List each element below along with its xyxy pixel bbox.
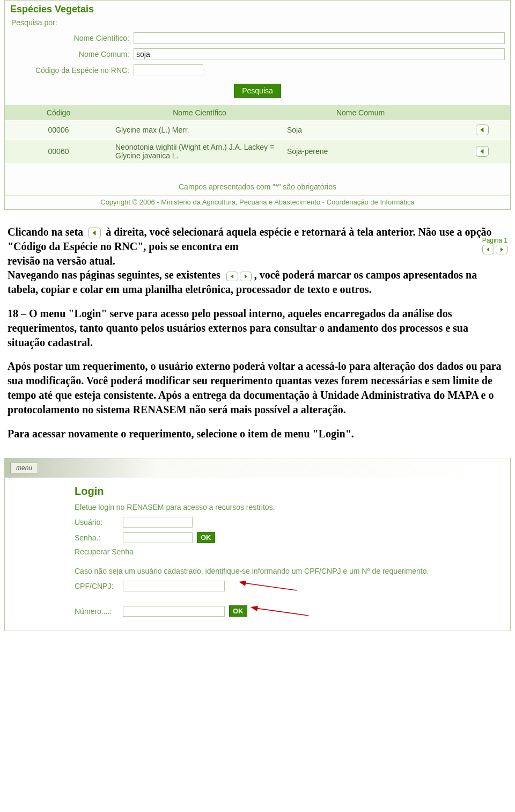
svg-marker-0 [480,127,483,133]
user-input[interactable] [123,517,193,528]
annotation-arrow-icon [251,606,310,617]
species-search-panel: Espécies Vegetais Pesquisa por: Nome Cie… [4,0,511,210]
instruction-text: Clicando na seta à direita, você selecio… [4,217,511,458]
cell-scientific: Neonotonia wightii (Wight et Arn.) J.A. … [112,143,284,160]
pager-prev-button[interactable] [482,245,494,254]
login-ok-button[interactable]: OK [197,532,215,543]
header-code: Código [5,108,112,117]
header-common: Nome Comum [284,108,434,117]
cpf-row: CPF/CNPJ: [75,581,510,591]
p4: Após postar um requerimento, o usuário e… [8,359,507,416]
copyright-text: Copyright © 2006 - Ministério da Agricul… [5,195,510,209]
search-by-label: Pesquisa por: [5,16,510,28]
scientific-name-row: Nome Científico: [10,30,505,46]
svg-marker-6 [245,274,247,279]
cpf-input[interactable] [123,581,225,591]
cell-code: 00006 [5,126,112,134]
panel-title: Espécies Vegetais [5,1,510,16]
svg-marker-4 [501,247,503,252]
arrow-left-icon [485,247,491,252]
arrow-left-icon [479,127,485,133]
password-label: Senha.: [75,533,123,542]
svg-marker-5 [231,274,233,279]
pager-next-button[interactable] [240,272,252,281]
search-button[interactable]: Pesquisa [234,84,281,98]
cell-common: Soja [284,126,434,134]
common-name-input[interactable] [134,48,505,60]
scientific-name-label: Nome Científico: [10,34,134,42]
p2a: Navegando nas páginas seguintes, se exis… [8,269,220,281]
p3: 18 – O menu "Login" serve para acesso pe… [8,306,507,349]
arrow-left-icon [230,274,235,279]
login-panel: menu Login Efetue login no RENASEM para … [4,458,511,631]
code-input[interactable] [134,64,203,76]
p1c: revisão na versão atual. [8,255,115,267]
arrow-left-icon [91,230,98,236]
svg-marker-10 [251,606,258,611]
header-scientific: Nome Científico [112,108,284,117]
user-label: Usuário: [75,518,123,526]
user-row: Usuário: [75,517,510,528]
login-subtitle-2: Caso não seja um usuário cadastrado, ide… [75,567,510,575]
p5: Para acessar novamente o requerimento, s… [8,427,507,441]
arrow-right-icon [499,247,504,252]
p1a: Clicando na seta [8,226,83,238]
annotation-arrow-icon [239,581,298,591]
password-input[interactable] [123,532,193,543]
arrow-left-icon [479,148,485,155]
code-label: Código da Espécie no RNC: [10,66,134,75]
svg-marker-2 [93,231,96,236]
scientific-name-input[interactable] [134,32,505,44]
svg-marker-8 [239,581,246,586]
mandatory-note: Campos apresentados com "*" são obrigató… [5,163,510,195]
number-row: Número....: OK [75,605,510,617]
code-row: Código da Espécie no RNC: [10,62,505,78]
pager-next-button[interactable] [496,245,507,254]
cpf-label: CPF/CNPJ: [75,582,123,590]
common-name-row: Nome Comum: [10,46,505,62]
select-row-button[interactable] [476,146,489,157]
login-header: menu [5,458,510,478]
svg-line-9 [255,608,308,616]
recover-password-link[interactable]: Recuperar Senha [75,547,510,556]
table-header: Código Nome Científico Nome Comum [5,105,510,120]
menu-button[interactable]: menu [10,463,38,473]
password-row: Senha.: OK [75,532,510,543]
login-subtitle: Efetue login no RENASEM para acesso a re… [75,503,510,511]
number-label: Número....: [75,607,123,616]
number-input[interactable] [123,606,225,617]
cell-code: 00060 [5,147,112,156]
pager-inline: Página 1 [482,236,507,254]
svg-marker-1 [480,149,483,154]
svg-marker-3 [487,247,489,252]
cell-common: Soja-perene [284,147,434,156]
select-row-button[interactable] [476,125,489,135]
pager-prev-button[interactable] [226,272,238,281]
common-name-label: Nome Comum: [10,50,134,58]
number-ok-button[interactable]: OK [229,605,247,617]
pager-label: Página 1 [482,236,507,245]
table-row: 00006 Glycine max (L.) Merr. Soja [5,120,510,138]
results-table: Código Nome Científico Nome Comum 00006 … [5,105,510,163]
cell-scientific: Glycine max (L.) Merr. [112,126,284,134]
table-row: 00060 Neonotonia wightii (Wight et Arn.)… [5,138,510,163]
svg-line-7 [243,583,297,590]
login-title: Login [75,485,510,498]
arrow-right-icon [243,274,248,279]
inline-select-icon [88,228,101,238]
